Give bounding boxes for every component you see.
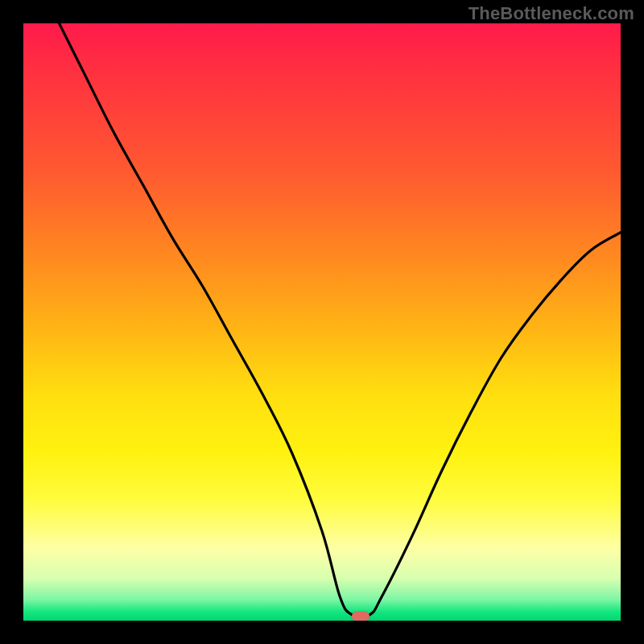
bottleneck-curve <box>23 23 621 621</box>
watermark-text: TheBottleneck.com <box>469 3 634 24</box>
optimal-point-marker <box>352 612 369 621</box>
chart-frame <box>23 23 621 621</box>
